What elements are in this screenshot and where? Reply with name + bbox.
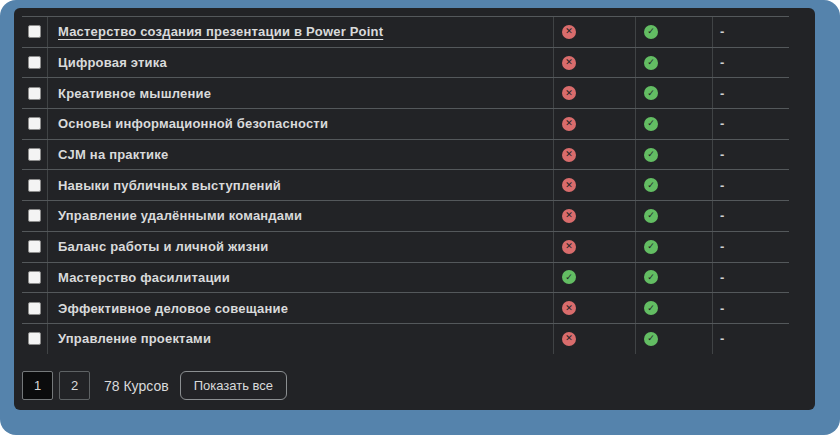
page-button-2[interactable]: 2 — [59, 371, 90, 400]
check-icon: ✓ — [562, 270, 576, 284]
course-name[interactable]: Мастерство создания презентации в Power … — [58, 24, 383, 39]
checkbox-cell — [22, 232, 47, 262]
table-row: Управление удалёнными командами ✕ ✓ - — [22, 200, 789, 231]
dash-value: - — [720, 208, 724, 223]
status-cell-2: ✓ — [635, 201, 712, 231]
status-cell-3: - — [712, 170, 789, 200]
status-cell-1: ✕ — [553, 201, 635, 231]
course-count-label: 78 Курсов — [104, 378, 169, 394]
status-cell-2: ✓ — [635, 293, 712, 323]
status-cell-3: - — [712, 232, 789, 262]
course-name-cell: Управление удалёнными командами — [47, 201, 553, 231]
dash-value: - — [720, 24, 724, 39]
row-checkbox[interactable] — [28, 271, 41, 284]
check-icon: ✓ — [644, 148, 658, 162]
checkbox-cell — [22, 48, 47, 78]
row-checkbox[interactable] — [28, 87, 41, 100]
status-cell-3: - — [712, 17, 789, 47]
page-button-1[interactable]: 1 — [22, 371, 53, 400]
dash-value: - — [720, 86, 724, 101]
status-cell-1: ✓ — [553, 263, 635, 293]
dash-value: - — [720, 116, 724, 131]
row-checkbox[interactable] — [28, 179, 41, 192]
course-name-cell: CJM на практике — [47, 140, 553, 170]
cross-icon: ✕ — [562, 117, 576, 131]
checkbox-cell — [22, 17, 47, 47]
course-name: Управление проектами — [58, 331, 211, 346]
status-cell-3: - — [712, 140, 789, 170]
check-icon: ✓ — [644, 270, 658, 284]
course-name: Креативное мышление — [58, 86, 211, 101]
cross-icon: ✕ — [562, 240, 576, 254]
course-name: Мастерство фасилитации — [58, 270, 230, 285]
app-window: Мастерство создания презентации в Power … — [0, 0, 840, 435]
row-checkbox[interactable] — [28, 332, 41, 345]
course-name-cell: Цифровая этика — [47, 48, 553, 78]
course-name-cell: Основы информационной безопасности — [47, 109, 553, 139]
check-icon: ✓ — [644, 301, 658, 315]
table-row: Мастерство фасилитации ✓ ✓ - — [22, 262, 789, 293]
course-name-cell: Эффективное деловое совещание — [47, 293, 553, 323]
page-buttons: 12 — [22, 371, 96, 400]
cross-icon: ✕ — [562, 332, 576, 346]
row-checkbox[interactable] — [28, 240, 41, 253]
dash-value: - — [720, 270, 724, 285]
course-name: Баланс работы и личной жизни — [58, 239, 269, 254]
table-row: Эффективное деловое совещание ✕ ✓ - — [22, 292, 789, 323]
status-cell-2: ✓ — [635, 232, 712, 262]
cross-icon: ✕ — [562, 56, 576, 70]
status-cell-2: ✓ — [635, 263, 712, 293]
status-cell-3: - — [712, 324, 789, 354]
dash-value: - — [720, 331, 724, 346]
check-icon: ✓ — [644, 332, 658, 346]
status-cell-1: ✕ — [553, 170, 635, 200]
status-cell-3: - — [712, 48, 789, 78]
course-name: Цифровая этика — [58, 55, 167, 70]
status-cell-2: ✓ — [635, 140, 712, 170]
course-name: Эффективное деловое совещание — [58, 301, 288, 316]
row-checkbox[interactable] — [28, 302, 41, 315]
table-row: Навыки публичных выступлений ✕ ✓ - — [22, 169, 789, 200]
checkbox-cell — [22, 263, 47, 293]
table-row: Креативное мышление ✕ ✓ - — [22, 77, 789, 108]
courses-table: Мастерство создания презентации в Power … — [22, 16, 789, 354]
check-icon: ✓ — [644, 178, 658, 192]
check-icon: ✓ — [644, 117, 658, 131]
check-icon: ✓ — [644, 240, 658, 254]
dash-value: - — [720, 178, 724, 193]
row-checkbox[interactable] — [28, 25, 41, 38]
status-cell-2: ✓ — [635, 48, 712, 78]
table-row: CJM на практике ✕ ✓ - — [22, 139, 789, 170]
course-name-cell: Баланс работы и личной жизни — [47, 232, 553, 262]
status-cell-1: ✕ — [553, 109, 635, 139]
status-cell-3: - — [712, 109, 789, 139]
checkbox-cell — [22, 293, 47, 323]
check-icon: ✓ — [644, 209, 658, 223]
dash-value: - — [720, 301, 724, 316]
status-cell-1: ✕ — [553, 17, 635, 47]
course-name-cell: Навыки публичных выступлений — [47, 170, 553, 200]
course-name-cell: Управление проектами — [47, 324, 553, 354]
table-row: Основы информационной безопасности ✕ ✓ - — [22, 108, 789, 139]
table-row: Мастерство создания презентации в Power … — [22, 16, 789, 47]
table-row: Баланс работы и личной жизни ✕ ✓ - — [22, 231, 789, 262]
status-cell-1: ✕ — [553, 140, 635, 170]
pagination: 12 78 Курсов Показать все — [22, 371, 287, 400]
course-name: Основы информационной безопасности — [58, 116, 328, 131]
status-cell-3: - — [712, 293, 789, 323]
dash-value: - — [720, 147, 724, 162]
row-checkbox[interactable] — [28, 56, 41, 69]
check-icon: ✓ — [644, 25, 658, 39]
course-name: Навыки публичных выступлений — [58, 178, 281, 193]
row-checkbox[interactable] — [28, 148, 41, 161]
row-checkbox[interactable] — [28, 209, 41, 222]
show-all-button[interactable]: Показать все — [180, 371, 287, 400]
row-checkbox[interactable] — [28, 117, 41, 130]
course-name-cell: Мастерство фасилитации — [47, 263, 553, 293]
status-cell-3: - — [712, 201, 789, 231]
table-row: Управление проектами ✕ ✓ - — [22, 323, 789, 354]
cross-icon: ✕ — [562, 301, 576, 315]
status-cell-1: ✕ — [553, 48, 635, 78]
status-cell-1: ✕ — [553, 232, 635, 262]
checkbox-cell — [22, 78, 47, 108]
